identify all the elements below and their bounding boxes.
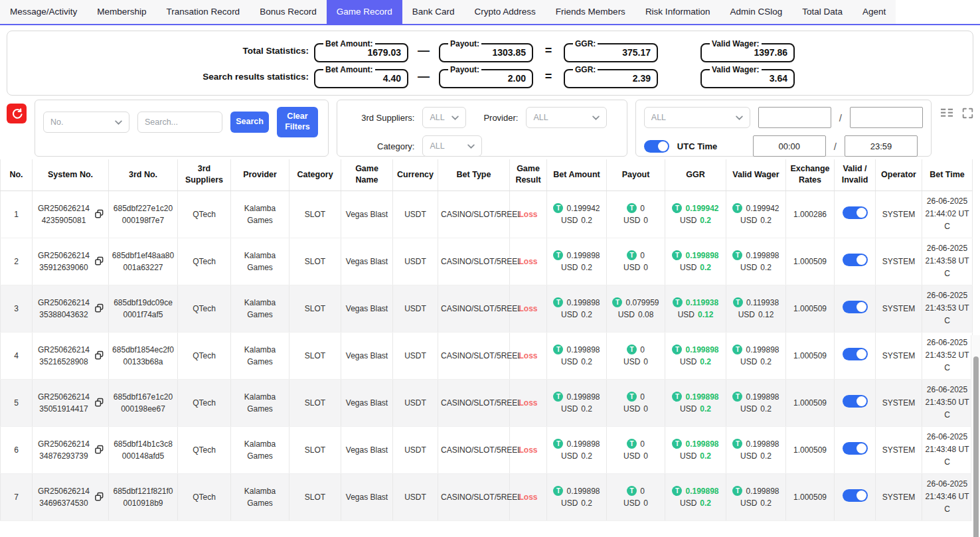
copy-icon[interactable]	[94, 350, 104, 360]
valid-toggle[interactable]	[843, 395, 868, 408]
table-row: 6 GR25062621434876293739 685dbf14b1c3c80…	[1, 426, 973, 473]
cell-3rd-supplier: QTech	[178, 426, 231, 473]
search-payout-value: 2.00	[446, 73, 526, 84]
usd-label: USD	[561, 403, 578, 415]
time-to-input[interactable]: 23:59	[845, 135, 918, 157]
scrollbar-thumb[interactable]	[973, 356, 979, 537]
tab-bonus-record[interactable]: Bonus Record	[250, 0, 327, 24]
provider-select[interactable]: ALL	[526, 107, 607, 128]
cell-row-number: 2	[1, 238, 33, 285]
tether-icon: T	[627, 392, 637, 402]
utc-time-toggle[interactable]	[644, 140, 669, 153]
tether-icon: T	[672, 250, 682, 260]
provider-label: Provider:	[483, 113, 518, 123]
valid-toggle[interactable]	[843, 442, 868, 455]
search-input[interactable]: Search...	[137, 112, 222, 133]
system-no-value: GR25062621435051914417	[37, 391, 91, 415]
cell-bet-time: 26-06-2025 21:43:58 UTC	[922, 238, 973, 285]
cell-row-number: 3	[1, 285, 33, 332]
cell-bet-amount: T0.199898 USD0.2	[547, 426, 607, 473]
copy-icon[interactable]	[94, 398, 104, 408]
cell-valid-wager: T0.119938 USD0.12	[726, 285, 786, 332]
date-from-input[interactable]	[758, 107, 831, 128]
category-select[interactable]: ALL	[422, 135, 482, 157]
tab-game-record[interactable]: Game Record	[327, 0, 402, 24]
refresh-button[interactable]	[7, 104, 27, 123]
fullscreen-icon[interactable]	[962, 108, 973, 119]
valid-wager-crypto: 0.199898	[746, 250, 779, 262]
ggr-crypto: 0.199898	[685, 438, 718, 450]
copy-icon[interactable]	[94, 209, 104, 219]
ggr-crypto: 0.199942	[685, 202, 718, 214]
cell-operator: SYSTEM	[876, 426, 922, 473]
bet-amount-usd: 0.2	[581, 309, 592, 321]
cell-valid-invalid	[835, 238, 876, 285]
payout-usd: 0	[643, 497, 648, 509]
cell-currency: USDT	[393, 473, 438, 520]
bet-amount-usd: 0.2	[581, 497, 592, 509]
valid-toggle[interactable]	[843, 301, 868, 313]
chevron-down-icon	[451, 113, 459, 122]
ggr-usd: 0.12	[698, 309, 713, 321]
column-header: Provider	[231, 159, 289, 191]
table-row: 4 GR25062621435216528908 685dbf1854ec2f0…	[1, 332, 973, 379]
total-payout-box: Payout: 1303.85	[439, 39, 533, 62]
copy-icon[interactable]	[94, 303, 104, 313]
usd-label: USD	[740, 356, 757, 368]
tab-risk-information[interactable]: Risk Information	[635, 0, 720, 24]
usd-label: USD	[740, 497, 757, 509]
date-range-select[interactable]: ALL	[644, 107, 750, 128]
date-to-input[interactable]	[850, 107, 923, 128]
time-from-input[interactable]: 00:00	[753, 135, 826, 157]
cell-ggr: T0.199942 USD0.2	[665, 191, 726, 238]
valid-toggle[interactable]	[843, 489, 868, 502]
cell-3rd-supplier: QTech	[178, 473, 231, 520]
chevron-down-icon	[467, 141, 475, 151]
search-ggr-box: GGR: 2.39	[564, 65, 658, 88]
valid-toggle[interactable]	[843, 348, 868, 360]
payout-label: Payout:	[448, 39, 481, 48]
payout-crypto: 0	[640, 202, 645, 214]
search-field-select[interactable]: No.	[43, 112, 129, 133]
vertical-scrollbar[interactable]	[971, 335, 980, 521]
third-suppliers-select[interactable]: ALL	[422, 107, 466, 128]
copy-icon[interactable]	[94, 445, 104, 455]
usd-label: USD	[740, 403, 757, 415]
tab-agent[interactable]: Agent	[853, 0, 896, 24]
column-header: No.	[1, 159, 33, 191]
clear-filters-button[interactable]: Clear Filters	[277, 107, 318, 137]
tab-bank-card[interactable]: Bank Card	[402, 0, 465, 24]
equals-sign: =	[533, 44, 564, 58]
payout-crypto: 0	[640, 438, 645, 450]
tether-icon: T	[732, 345, 742, 354]
cell-game-name: Vegas Blast	[341, 426, 393, 473]
tab-total-data[interactable]: Total Data	[792, 0, 853, 24]
usd-label: USD	[623, 262, 640, 273]
tab-crypto-address[interactable]: Crypto Address	[465, 0, 546, 24]
total-bet-amount-box: Bet Amount: 1679.03	[314, 39, 408, 62]
cell-exchange-rate: 1.000509	[786, 379, 835, 426]
tab-admin-cslog[interactable]: Admin CSlog	[720, 0, 792, 24]
valid-wager-usd: 0.12	[758, 309, 774, 321]
table-row: 1 GR2506262144235905081 685dbf227e1c2000…	[1, 191, 973, 238]
copy-icon[interactable]	[94, 256, 104, 266]
tab-message-activity[interactable]: Message/Activity	[0, 0, 87, 24]
cell-bet-type: CASINO/SLOT/5REEL	[438, 379, 510, 426]
cell-ggr: T0.199898 USD0.2	[665, 473, 726, 520]
search-button[interactable]: Search	[230, 112, 269, 133]
valid-toggle[interactable]	[843, 254, 868, 266]
cell-category: SLOT	[289, 191, 341, 238]
copy-icon[interactable]	[94, 492, 104, 502]
valid-toggle[interactable]	[843, 206, 868, 219]
ggr-usd: 0.2	[700, 356, 711, 368]
cell-game-name: Vegas Blast	[341, 379, 393, 426]
tether-icon: T	[732, 392, 742, 402]
total-valid-wager-value: 1397.86	[708, 47, 787, 58]
cell-bet-amount: T0.199898 USD0.2	[547, 332, 607, 379]
tab-friends-members[interactable]: Friends Members	[546, 0, 635, 24]
cell-row-number: 7	[1, 473, 33, 520]
tab-transation-record[interactable]: Transation Record	[157, 0, 250, 24]
column-header: Valid / Invalid	[835, 159, 876, 191]
columns-icon[interactable]	[941, 108, 953, 119]
tab-membership[interactable]: Membership	[87, 0, 156, 24]
